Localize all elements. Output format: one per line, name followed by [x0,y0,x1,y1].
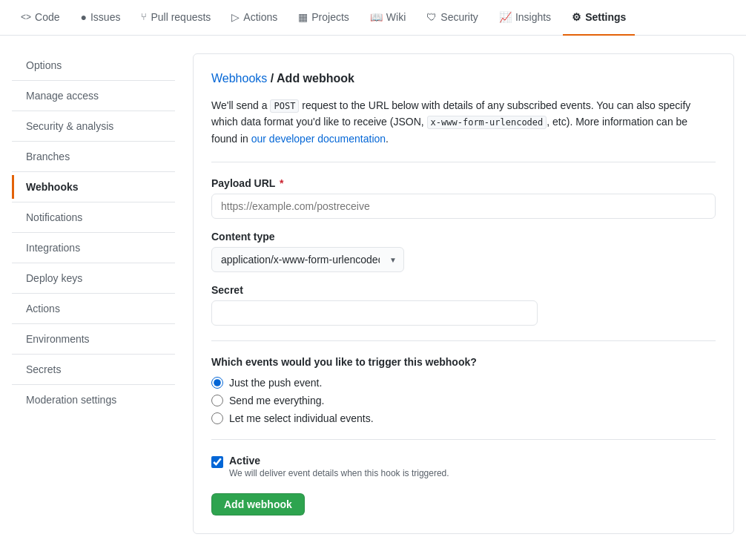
content-type-select[interactable]: application/x-www-form-urlencoded applic… [211,247,404,272]
secret-label: Secret [211,284,716,296]
radio-just-push-label: Just the push event. [229,377,322,389]
info-text: We'll send a POST request to the URL bel… [211,97,716,162]
sidebar-divider-9 [12,323,175,324]
radio-option-everything[interactable]: Send me everything. [211,395,716,406]
sidebar-item-secrets[interactable]: Secrets [12,358,175,381]
sidebar-item-deploy-keys[interactable]: Deploy keys [12,266,175,290]
security-icon: 🛡 [426,11,437,23]
sidebar-divider-11 [12,384,175,385]
payload-url-label: Payload URL * [211,177,716,189]
sidebar-divider-5 [12,202,175,202]
top-nav: <> Code ● Issues ⑂ Pull requests ▷ Actio… [0,0,746,36]
wiki-icon: 📖 [370,11,383,23]
sidebar-item-manage-access[interactable]: Manage access [12,84,175,108]
radio-option-individual[interactable]: Let me select individual events. [211,412,716,424]
payload-url-group: Payload URL * [211,177,716,219]
sidebar-item-integrations[interactable]: Integrations [12,236,175,260]
active-description: We will deliver event details when this … [229,468,449,478]
nav-insights[interactable]: 📈 Insights [490,0,560,36]
developer-docs-link[interactable]: our developer documentation [251,133,386,145]
actions-icon: ▷ [231,11,240,23]
breadcrumb-current: Add webhook [277,72,354,85]
post-code: POST [270,99,299,113]
active-text-block: Active We will deliver event details whe… [229,455,449,478]
radio-option-just-push[interactable]: Just the push event. [211,377,716,389]
section-divider [211,340,716,341]
required-indicator: * [280,177,283,189]
breadcrumb-parent[interactable]: Webhooks [211,72,267,85]
content-type-group: Content type application/x-www-form-urle… [211,231,716,272]
sidebar: Options Manage access Security & analysi… [12,53,175,534]
sidebar-item-options[interactable]: Options [12,53,175,77]
events-group: Which events would you like to trigger t… [211,356,716,424]
sidebar-divider-1 [12,80,175,81]
content-type-label: Content type [211,231,716,243]
sidebar-item-actions[interactable]: Actions [12,297,175,320]
breadcrumb: Webhooks / Add webhook [211,72,716,85]
sidebar-item-moderation-settings[interactable]: Moderation settings [12,388,175,412]
sidebar-divider-8 [12,293,175,294]
sidebar-item-webhooks[interactable]: Webhooks [12,175,175,199]
radio-group: Just the push event. Send me everything.… [211,377,716,424]
sidebar-item-notifications[interactable]: Notifications [12,205,175,229]
urlencoded-code: x-www-form-urlencoded [427,116,547,129]
add-webhook-button[interactable]: Add webhook [211,493,305,515]
radio-everything-label: Send me everything. [229,395,324,406]
insights-icon: 📈 [499,11,512,23]
sidebar-item-security-analysis[interactable]: Security & analysis [12,114,175,138]
payload-url-input[interactable] [211,194,716,219]
issues-icon: ● [80,11,86,23]
breadcrumb-separator: / [271,72,277,85]
sidebar-divider-10 [12,354,175,355]
sidebar-divider-3 [12,141,175,142]
content-type-select-wrapper: application/x-www-form-urlencoded applic… [211,247,404,272]
radio-individual[interactable] [211,412,223,424]
secret-group: Secret [211,284,716,326]
sidebar-item-branches[interactable]: Branches [12,145,175,168]
sidebar-item-environments[interactable]: Environments [12,327,175,351]
pull-requests-icon: ⑂ [141,11,147,22]
active-label: Active [229,455,449,467]
section-divider-2 [211,439,716,440]
nav-code[interactable]: <> Code [12,0,68,36]
nav-settings[interactable]: ⚙ Settings [563,0,635,36]
sidebar-divider-4 [12,171,175,172]
nav-wiki[interactable]: 📖 Wiki [361,0,415,36]
active-checkbox[interactable] [211,456,223,468]
secret-input[interactable] [211,300,538,326]
radio-just-push[interactable] [211,377,223,389]
nav-actions[interactable]: ▷ Actions [222,0,286,36]
main-content: Webhooks / Add webhook We'll send a POST… [193,53,734,534]
main-layout: Options Manage access Security & analysi… [0,36,746,552]
code-icon: <> [21,12,31,22]
radio-everything[interactable] [211,395,223,406]
radio-individual-label: Let me select individual events. [229,412,374,424]
events-question: Which events would you like to trigger t… [211,356,716,368]
nav-pull-requests[interactable]: ⑂ Pull requests [132,0,219,36]
nav-issues[interactable]: ● Issues [71,0,129,36]
active-checkbox-option[interactable]: Active We will deliver event details whe… [211,455,716,478]
webhook-form-card: Webhooks / Add webhook We'll send a POST… [193,53,734,534]
projects-icon: ▦ [298,11,308,23]
sidebar-divider-6 [12,232,175,233]
sidebar-divider-2 [12,111,175,111]
sidebar-divider-7 [12,263,175,263]
nav-security[interactable]: 🛡 Security [417,0,487,36]
nav-projects[interactable]: ▦ Projects [289,0,358,36]
settings-icon: ⚙ [572,11,581,23]
active-section: Active We will deliver event details whe… [211,455,716,478]
